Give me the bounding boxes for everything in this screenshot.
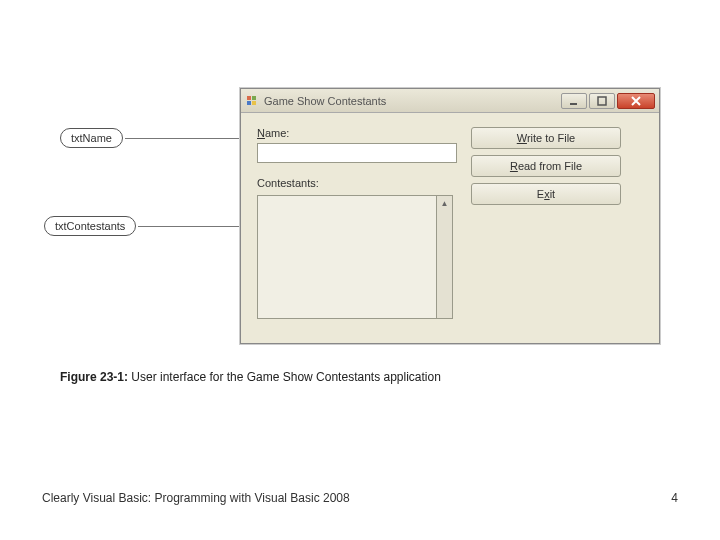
callout-line (138, 226, 240, 227)
maximize-button[interactable] (589, 93, 615, 109)
read-from-file-button[interactable]: Read from File (471, 155, 621, 177)
name-input[interactable] (257, 143, 457, 163)
callout-txtname: txtName (60, 128, 123, 148)
app-window: Game Show Contestants Name: Contestants: (240, 88, 660, 344)
name-label: Name: (257, 127, 457, 139)
callout-line (125, 138, 240, 139)
svg-rect-0 (247, 96, 251, 100)
callout-txtcontestants: txtContestants (44, 216, 136, 236)
figure-caption: Figure 23-1: User interface for the Game… (60, 370, 441, 384)
titlebar[interactable]: Game Show Contestants (241, 89, 659, 113)
exit-button[interactable]: Exit (471, 183, 621, 205)
scroll-up-icon[interactable]: ▲ (438, 196, 452, 210)
scrollbar[interactable]: ▲ (437, 195, 453, 319)
svg-rect-2 (247, 101, 251, 105)
minimize-button[interactable] (561, 93, 587, 109)
form-body: Name: Contestants: ▲ Write to File Read … (241, 113, 659, 343)
svg-rect-3 (252, 101, 256, 105)
svg-rect-1 (252, 96, 256, 100)
figure-text: User interface for the Game Show Contest… (131, 370, 441, 384)
callout-txtname-label: txtName (71, 132, 112, 144)
svg-rect-5 (598, 97, 606, 105)
window-title: Game Show Contestants (264, 95, 559, 107)
svg-rect-4 (570, 103, 577, 105)
app-icon (245, 94, 259, 108)
contestants-listbox[interactable] (257, 195, 437, 319)
footer-page-number: 4 (671, 491, 678, 505)
callout-txtcontestants-label: txtContestants (55, 220, 125, 232)
figure-label: Figure 23-1: (60, 370, 128, 384)
footer-book-title: Clearly Visual Basic: Programming with V… (42, 491, 350, 505)
close-button[interactable] (617, 93, 655, 109)
write-to-file-button[interactable]: Write to File (471, 127, 621, 149)
contestants-label: Contestants: (257, 177, 457, 189)
